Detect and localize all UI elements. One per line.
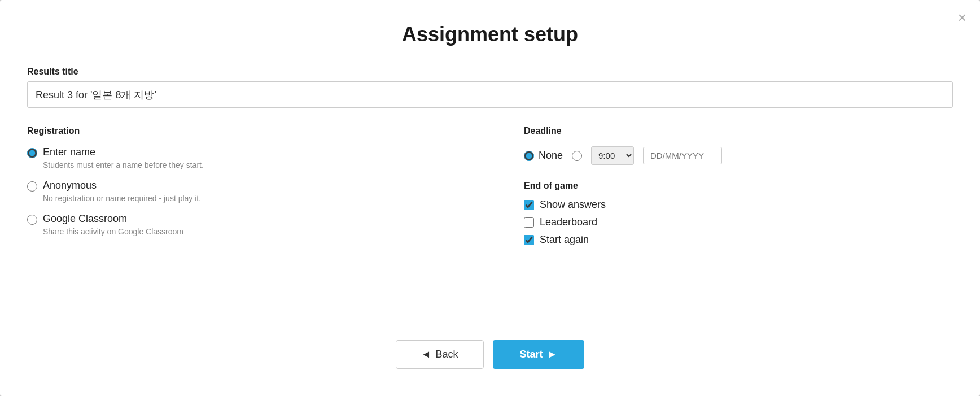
- leaderboard-label: Leaderboard: [540, 216, 597, 228]
- deadline-time-radio[interactable]: [572, 151, 582, 161]
- registration-anonymous-radio[interactable]: [27, 181, 37, 192]
- registration-google-classroom-radio[interactable]: [27, 215, 37, 225]
- end-of-game-heading: End of game: [524, 181, 953, 191]
- deadline-none-label: None: [539, 150, 563, 162]
- registration-anonymous-label: Anonymous: [43, 180, 97, 192]
- registration-enter-name-label: Enter name: [43, 146, 95, 158]
- results-title-input[interactable]: [27, 81, 953, 108]
- deadline-row: None 9:00 10:00 11:00 12:00 13:00 14:00 …: [524, 146, 953, 165]
- start-arrow-icon: ►: [548, 349, 558, 360]
- start-button[interactable]: Start ►: [493, 340, 585, 369]
- registration-google-classroom-option[interactable]: Google Classroom: [27, 213, 456, 225]
- deadline-heading: Deadline: [524, 126, 953, 136]
- start-again-label: Start again: [540, 234, 589, 246]
- back-arrow-icon: ◄: [421, 349, 431, 360]
- deadline-none-radio[interactable]: [524, 151, 534, 161]
- registration-heading: Registration: [27, 126, 456, 136]
- deadline-date-input[interactable]: [643, 147, 722, 164]
- modal-title: Assignment setup: [27, 23, 953, 46]
- start-again-option[interactable]: Start again: [524, 234, 953, 246]
- registration-section: Registration Enter name Students must en…: [27, 126, 490, 317]
- start-button-label: Start: [520, 349, 543, 360]
- registration-enter-name-radio[interactable]: [27, 148, 37, 158]
- deadline-none-option[interactable]: None: [524, 150, 563, 162]
- two-column-layout: Registration Enter name Students must en…: [27, 126, 953, 317]
- show-answers-checkbox[interactable]: [524, 200, 534, 210]
- right-section: Deadline None 9:00 10:00 11:00 12:00 13:…: [490, 126, 953, 317]
- registration-enter-name-desc: Students must enter a name before they s…: [43, 160, 456, 169]
- leaderboard-checkbox[interactable]: [524, 217, 534, 228]
- deadline-time-option[interactable]: [572, 151, 582, 161]
- button-row: ◄ Back Start ►: [27, 340, 953, 369]
- registration-anonymous-option[interactable]: Anonymous: [27, 180, 456, 192]
- deadline-time-select[interactable]: 9:00 10:00 11:00 12:00 13:00 14:00 15:00…: [591, 146, 634, 165]
- registration-google-classroom-label: Google Classroom: [43, 213, 127, 225]
- back-button-label: Back: [435, 349, 458, 360]
- show-answers-label: Show answers: [540, 199, 606, 211]
- assignment-setup-modal: × Assignment setup Results title Registr…: [0, 0, 980, 396]
- registration-google-classroom-desc: Share this activity on Google Classroom: [43, 227, 456, 236]
- back-button[interactable]: ◄ Back: [396, 340, 484, 369]
- start-again-checkbox[interactable]: [524, 235, 534, 245]
- show-answers-option[interactable]: Show answers: [524, 199, 953, 211]
- leaderboard-option[interactable]: Leaderboard: [524, 216, 953, 228]
- registration-anonymous-desc: No registration or name required - just …: [43, 194, 456, 203]
- close-button[interactable]: ×: [958, 10, 966, 25]
- registration-enter-name-option[interactable]: Enter name: [27, 146, 456, 158]
- results-title-label: Results title: [27, 67, 953, 77]
